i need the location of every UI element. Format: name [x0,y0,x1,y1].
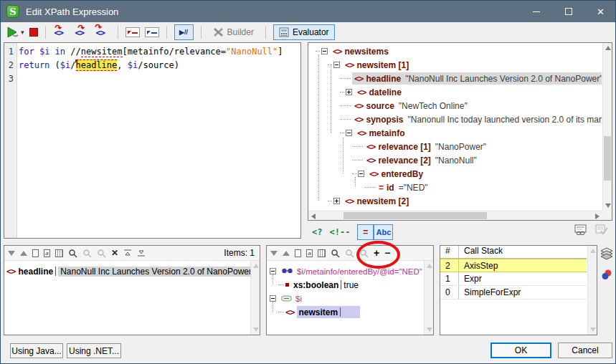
search-previous-icon[interactable] [82,249,92,258]
using-java-button[interactable]: Using Java... [10,343,63,358]
expand-icon[interactable] [346,89,352,95]
collapse-icon[interactable] [270,295,276,302]
scroll-up-icon[interactable] [427,264,432,268]
copy-icon[interactable] [295,249,301,257]
evaluator-button[interactable]: Evaluator [273,24,335,40]
tree-node[interactable]: <>newsitem [2] [308,194,602,208]
search-next-icon[interactable] [97,249,106,258]
previous-icon[interactable] [283,251,290,256]
collapse-icon[interactable] [346,130,352,136]
tree-node[interactable]: <>dateline [308,85,602,99]
search-icon[interactable] [68,249,77,258]
expand-icon[interactable] [333,198,340,204]
tree-node[interactable]: <>synopsis"Nanonull Inc today launched v… [308,112,602,126]
scrollbar-thumb[interactable] [604,136,611,181]
element-icon: <> [345,196,354,206]
clear-results-icon[interactable]: ✕ [111,249,118,257]
collapse-icon[interactable] [321,48,328,54]
collapse-icon[interactable] [333,62,340,68]
run-dropdown-icon[interactable]: ▾ [21,29,24,36]
scroll-left-icon[interactable] [311,214,316,219]
watch-vertical-scrollbar[interactable] [424,261,433,335]
breakpoints-tab-icon[interactable] [601,269,612,280]
tree-node[interactable]: <>source"NewTech Online" [308,99,602,112]
attributes-toggle[interactable]: = [357,224,374,240]
columns-icon[interactable] [318,249,326,257]
call-stack-row[interactable]: 1Expr [440,272,587,286]
scroll-right-icon[interactable] [595,214,600,219]
scroll-down-icon[interactable] [253,327,259,332]
tree-node[interactable]: <>headline"NanoNull Inc Launches Version… [308,72,602,85]
scroll-down-icon[interactable] [590,327,596,332]
scroll-down-icon[interactable] [427,327,432,332]
builder-button[interactable]: Builder [209,26,258,39]
watch-row[interactable]: <>newsitem [278,305,422,319]
tree-node[interactable]: <>enteredBy [308,167,602,181]
tree-node[interactable]: <>newsitem [1] [308,58,602,72]
scroll-down-icon[interactable] [605,203,611,208]
linked-windows-icon[interactable] [574,224,589,236]
maximize-button[interactable] [552,1,584,22]
comment-toggle[interactable]: <!-- [329,227,350,237]
watch-row[interactable]: $i [270,292,422,305]
edit-check-icon[interactable] [595,224,608,236]
columns-icon[interactable] [55,249,63,257]
results-vertical-scrollbar[interactable] [250,261,260,335]
search-next-icon[interactable] [359,249,369,258]
search-previous-icon[interactable] [345,249,354,258]
step-into-button[interactable]: ↷<> [53,26,69,39]
tree-horizontal-scrollbar[interactable] [308,211,602,220]
start-debugger-button[interactable]: ▾ [6,27,24,38]
text-values-toggle[interactable]: Abc [374,224,393,240]
collapse-icon[interactable] [270,268,276,274]
tree-vertical-scrollbar[interactable] [602,43,612,211]
scroll-up-icon[interactable] [253,264,259,268]
add-watch-button[interactable]: + [374,248,379,258]
next-icon[interactable] [270,251,278,256]
scrollbar-thumb[interactable] [343,212,487,219]
call-stack-tab-icon[interactable] [600,247,613,260]
call-stack-row[interactable]: 0SimpleForExpr [440,286,587,300]
selected-node[interactable]: newsitem [297,306,360,318]
next-result-icon[interactable] [8,251,15,256]
remove-watch-button[interactable]: − [384,248,390,258]
copy-icon[interactable] [32,249,39,257]
watch-row[interactable]: $i/metainfo/enteredBy/@id="NED" [270,264,422,278]
stop-debugger-button[interactable] [29,28,38,37]
collapse-all-icon[interactable] [123,249,132,257]
step-out-button[interactable]: ↷<> [95,26,110,39]
tree-node[interactable]: <>newsitems [308,44,602,58]
call-stack-row[interactable]: 2AxisStep [440,259,587,272]
previous-result-icon[interactable] [20,251,27,256]
copy-with-headers-icon[interactable]: a [44,249,50,257]
copy-with-headers-icon[interactable]: a [306,249,313,257]
callstack-vertical-scrollbar[interactable] [587,246,597,335]
tree-node[interactable]: <>relevance [2]"NanoNull" [308,153,602,167]
close-button[interactable]: ✕ [584,1,616,22]
ok-button[interactable]: OK [491,343,551,358]
tree-node[interactable]: <>metainfo [308,126,602,140]
scroll-up-icon[interactable] [605,46,611,50]
expand-all-icon[interactable] [137,249,146,257]
insert-breakpoint-button[interactable] [125,27,140,37]
processing-instruction-toggle[interactable]: <? [312,227,322,237]
result-row[interactable]: <>headlineNanoNull Inc Launches Version … [6,264,249,278]
cancel-button[interactable]: Cancel [558,343,612,358]
watch-row[interactable]: xs:booleantrue [278,278,422,292]
element-icon: <> [285,307,294,317]
tree-node-content: <>newsitems [331,45,391,57]
minimize-button[interactable] [520,1,552,22]
scroll-up-icon[interactable] [590,249,596,253]
collapse-icon[interactable] [358,171,364,177]
tree-node[interactable]: =id="NED" [308,181,602,194]
xml-source-tree: <>newsitems<>newsitem [1]<>headline"Nano… [308,42,612,221]
tree-node[interactable]: <>relevance [1]"NanoPower" [308,140,602,153]
insert-tracepoint-button[interactable] [145,27,159,37]
step-over-button[interactable]: ↷<> [74,26,90,39]
tree-node-content: <>newsitem [1] [343,59,411,71]
tree-node-content: =id="NED" [376,181,430,193]
using-dotnet-button[interactable]: Using .NET... [67,343,121,358]
evaluate-on-typing-toggle[interactable]: ▶// [174,24,194,40]
xpath-expression-editor[interactable]: 1for $i in //newsitem[metainfo/relevance… [4,42,301,239]
search-icon[interactable] [331,249,340,258]
